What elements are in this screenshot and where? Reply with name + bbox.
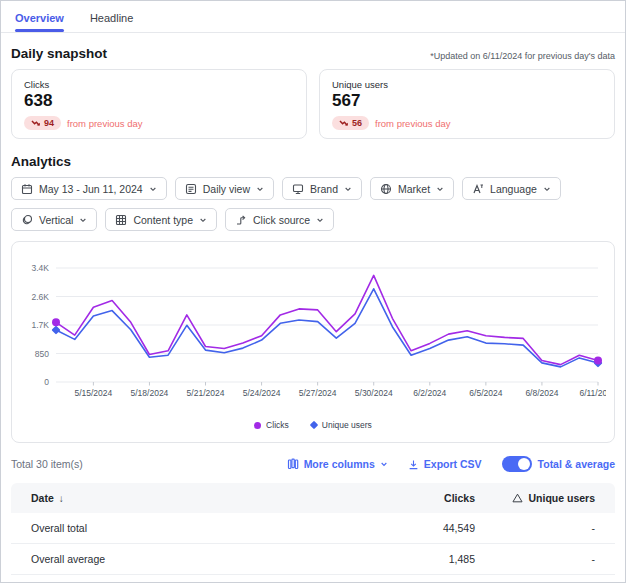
daily-view-icon (185, 183, 197, 195)
analytics-chart-card: 08501.7K2.6K3.4K5/15/20245/18/20245/21/2… (11, 241, 615, 443)
table-header: Date ↓ Clicks Unique users (11, 483, 615, 513)
monitor-icon (292, 183, 304, 195)
sort-descending-icon[interactable]: ↓ (59, 493, 64, 504)
chevron-down-icon (344, 185, 352, 193)
snapshot-cards: Clicks 638 94 from previous day Unique u… (11, 69, 615, 139)
legend-clicks[interactable]: Clicks (254, 420, 289, 430)
market-filter[interactable]: Market (370, 177, 454, 200)
line-chart[interactable]: 08501.7K2.6K3.4K5/15/20245/18/20245/21/2… (22, 258, 606, 414)
unique-users-marker-icon (310, 421, 318, 429)
svg-text:6/11/2024: 6/11/2024 (579, 388, 606, 398)
unique-users-delta-note: from previous day (375, 118, 451, 129)
svg-text:3.4K: 3.4K (32, 263, 50, 273)
analytics-title: Analytics (11, 154, 71, 169)
chevron-down-icon (543, 185, 551, 193)
chevron-down-icon (79, 216, 87, 224)
tab-overview[interactable]: Overview (15, 12, 64, 32)
chevron-down-icon (256, 185, 264, 193)
svg-text:1.7K: 1.7K (32, 320, 50, 330)
view-granularity-filter[interactable]: Daily view (175, 177, 274, 200)
more-columns-button[interactable]: More columns (287, 458, 388, 470)
row-date-cell: Overall average (11, 553, 335, 565)
vertical-label: Vertical (39, 214, 73, 226)
language-filter[interactable]: Language (462, 177, 561, 200)
data-table: Date ↓ Clicks Unique users Overall total… (11, 483, 615, 583)
chevron-down-icon (316, 216, 324, 224)
content-type-filter[interactable]: Content type (105, 208, 217, 231)
svg-text:5/18/2024: 5/18/2024 (131, 388, 169, 398)
svg-text:6/5/2024: 6/5/2024 (469, 388, 502, 398)
svg-text:0: 0 (44, 377, 49, 387)
svg-text:6/8/2024: 6/8/2024 (525, 388, 558, 398)
svg-text:850: 850 (35, 349, 49, 359)
unique-users-card-label: Unique users (332, 79, 602, 90)
svg-text:5/15/2024: 5/15/2024 (74, 388, 112, 398)
tab-bar: Overview Headline (1, 1, 625, 33)
brand-label: Brand (310, 183, 338, 195)
column-date[interactable]: Date ↓ (11, 492, 335, 504)
column-unique-users[interactable]: Unique users (475, 492, 615, 504)
legend-unique-users[interactable]: Unique users (311, 420, 372, 430)
toggle-label: Total & average (538, 458, 615, 470)
columns-icon (287, 458, 299, 470)
daily-view-label: Daily view (203, 183, 250, 195)
content-type-label: Content type (133, 214, 193, 226)
svg-text:5/21/2024: 5/21/2024 (187, 388, 225, 398)
updated-note: *Updated on 6/11/2024 for previous day's… (430, 51, 615, 61)
clicks-marker-icon (254, 422, 261, 429)
chevron-down-icon (380, 460, 388, 468)
clicks-card: Clicks 638 94 from previous day (11, 69, 307, 139)
click-source-filter[interactable]: Click source (225, 208, 334, 231)
legend-unique-users-label: Unique users (322, 420, 372, 430)
table-row[interactable]: 6/11/2024 638 567 (11, 575, 615, 583)
table-row[interactable]: Overall average 1,485 - (11, 544, 615, 575)
click-source-label: Click source (253, 214, 310, 226)
clicks-delta-badge: 94 (24, 116, 61, 130)
clicks-card-value: 638 (24, 91, 294, 111)
globe-icon (380, 183, 392, 195)
svg-text:5/30/2024: 5/30/2024 (355, 388, 393, 398)
grid-icon (115, 214, 127, 226)
vertical-filter[interactable]: Vertical (11, 208, 97, 231)
svg-text:5/24/2024: 5/24/2024 (243, 388, 281, 398)
column-clicks[interactable]: Clicks (335, 492, 475, 504)
date-range-filter[interactable]: May 13 - Jun 11, 2024 (11, 177, 167, 200)
clicks-card-label: Clicks (24, 79, 294, 90)
toggle-knob (518, 458, 530, 470)
unique-users-delta-badge: 56 (332, 116, 369, 130)
clicks-delta-value: 94 (44, 118, 54, 128)
export-csv-button[interactable]: Export CSV (408, 458, 482, 470)
row-unique-cell: - (475, 522, 615, 534)
unique-users-column-label: Unique users (528, 492, 595, 504)
chevron-down-icon (149, 185, 157, 193)
layers-icon (21, 214, 33, 226)
market-label: Market (398, 183, 430, 195)
click-path-icon (235, 214, 247, 226)
unique-users-delta-value: 56 (352, 118, 362, 128)
daily-snapshot-title: Daily snapshot (11, 46, 107, 61)
date-range-label: May 13 - Jun 11, 2024 (39, 183, 143, 195)
row-clicks-cell: 1,485 (335, 553, 475, 565)
svg-text:6/2/2024: 6/2/2024 (413, 388, 446, 398)
warning-triangle-icon (512, 493, 523, 503)
clicks-delta-note: from previous day (67, 118, 143, 129)
tab-headline[interactable]: Headline (90, 12, 133, 32)
row-unique-cell: - (475, 553, 615, 565)
table-row[interactable]: Overall total 44,549 - (11, 513, 615, 544)
row-date-cell: Overall total (11, 522, 335, 534)
more-columns-label: More columns (304, 458, 375, 470)
row-clicks-cell: 44,549 (335, 522, 475, 534)
unique-users-card-value: 567 (332, 91, 602, 111)
trending-down-icon (31, 119, 41, 128)
filter-bar: May 13 - Jun 11, 2024 Daily view Brand M… (11, 177, 615, 231)
language-icon (472, 183, 484, 195)
total-average-toggle[interactable]: Total & average (502, 456, 615, 472)
chevron-down-icon (436, 185, 444, 193)
legend-clicks-label: Clicks (266, 420, 289, 430)
toggle-switch[interactable] (502, 456, 532, 472)
analytics-dashboard: Overview Headline Daily snapshot *Update… (0, 0, 626, 583)
calendar-icon (21, 183, 33, 195)
language-label: Language (490, 183, 537, 195)
svg-text:5/27/2024: 5/27/2024 (299, 388, 337, 398)
brand-filter[interactable]: Brand (282, 177, 362, 200)
